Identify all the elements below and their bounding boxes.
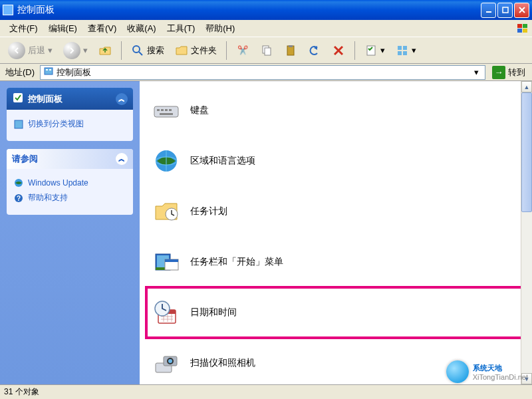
folder-clock-icon (152, 197, 181, 226)
svg-rect-18 (49, 69, 51, 70)
link-label: Windows Update (28, 178, 88, 188)
search-label: 搜索 (147, 45, 164, 57)
scissors-icon: ✂️ (236, 44, 249, 57)
undo-button[interactable] (304, 41, 325, 60)
copy-button[interactable] (256, 41, 277, 60)
panel-body: 切换到分类视图 (7, 110, 133, 141)
keyboard-icon (152, 96, 181, 125)
delete-button[interactable] (328, 41, 349, 60)
menu-view[interactable]: 查看(V) (82, 21, 122, 36)
up-button[interactable] (94, 41, 116, 60)
undo-icon (308, 44, 321, 57)
scroll-up-button[interactable]: ▲ (521, 81, 532, 92)
folder-up-icon (98, 44, 112, 57)
forward-button[interactable]: ▾ (59, 39, 92, 62)
minimize-button[interactable] (481, 3, 496, 18)
item-label: 任务计划 (190, 205, 227, 217)
back-button[interactable]: 后退 ▾ (4, 39, 57, 62)
go-label: 转到 (508, 66, 525, 78)
panel-title: 请参阅 (12, 153, 38, 165)
windows-flag-icon (516, 23, 529, 35)
svg-rect-16 (45, 68, 53, 74)
taskbar-icon (152, 247, 181, 277)
scroll-down-button[interactable]: ▼ (521, 373, 532, 384)
link-label: 帮助和支持 (28, 192, 68, 203)
control-panel-icon (43, 66, 54, 78)
vertical-scrollbar[interactable]: ▲ ▼ (521, 81, 532, 384)
forward-icon (63, 42, 80, 59)
svg-rect-12 (398, 46, 402, 50)
back-label: 后退 (28, 45, 45, 57)
check-icon (12, 92, 24, 106)
folders-button[interactable]: 文件夹 (171, 41, 221, 60)
separator (354, 41, 355, 60)
item-keyboard[interactable]: 键盘 (146, 85, 525, 136)
folders-icon (175, 44, 188, 57)
maximize-button[interactable] (497, 3, 513, 18)
switch-view-link[interactable]: 切换到分类视图 (13, 116, 126, 132)
menu-favorites[interactable]: 收藏(A) (122, 21, 161, 36)
status-text: 31 个对象 (4, 386, 39, 398)
close-button[interactable] (514, 3, 529, 18)
svg-rect-9 (287, 46, 294, 55)
item-label: 区域和语言选项 (190, 155, 255, 167)
properties-button[interactable]: ▾ (360, 41, 389, 60)
svg-rect-10 (289, 45, 293, 47)
chevron-down-icon: ▾ (380, 45, 385, 55)
back-icon (8, 42, 25, 59)
separator (121, 41, 122, 60)
panel-header[interactable]: 请参阅 ︽ (7, 149, 133, 169)
collapse-icon[interactable]: ︽ (116, 153, 128, 165)
sidebar: 控制面板 ︽ 切换到分类视图 请参阅 ︽ Windows Update (0, 81, 140, 384)
menu-help[interactable]: 帮助(H) (200, 21, 240, 36)
svg-rect-11 (367, 46, 375, 55)
title-bar: 控制面板 (0, 0, 532, 20)
collapse-icon[interactable]: ︽ (116, 93, 128, 105)
panel-header[interactable]: 控制面板 ︽ (7, 88, 133, 110)
item-scanners[interactable]: 扫描仪和照相机 (146, 338, 525, 384)
scroll-thumb[interactable] (521, 92, 532, 212)
item-label: 键盘 (190, 104, 209, 116)
search-button[interactable]: 搜索 (127, 41, 168, 60)
chevron-down-icon: ▾ (412, 45, 416, 55)
svg-rect-37 (165, 259, 178, 262)
menu-tools[interactable]: 工具(T) (162, 21, 201, 36)
status-bar: 31 个对象 (0, 384, 532, 399)
svg-rect-25 (157, 109, 160, 111)
svg-rect-17 (46, 69, 48, 70)
views-icon (396, 44, 409, 57)
address-field[interactable]: 控制面板 ▾ (40, 65, 485, 80)
item-regional[interactable]: 区域和语言选项 (146, 136, 525, 186)
item-datetime[interactable]: 日期和时间 (146, 287, 525, 338)
svg-rect-0 (486, 11, 491, 13)
help-support-link[interactable]: ? 帮助和支持 (13, 190, 126, 205)
search-icon (131, 44, 144, 57)
svg-rect-3 (523, 24, 527, 28)
panel-title: 控制面板 (28, 93, 63, 105)
svg-rect-8 (265, 48, 271, 55)
cut-button[interactable]: ✂️ (232, 41, 253, 60)
svg-rect-20 (15, 120, 23, 128)
globe-icon (152, 146, 181, 176)
svg-rect-26 (161, 109, 164, 111)
menu-edit[interactable]: 编辑(E) (43, 21, 82, 36)
windows-update-link[interactable]: Windows Update (13, 176, 126, 190)
switch-view-label: 切换到分类视图 (28, 118, 84, 130)
go-button[interactable]: → 转到 (488, 66, 529, 79)
globe-icon (13, 178, 24, 188)
svg-rect-28 (169, 109, 172, 111)
svg-rect-27 (165, 109, 168, 111)
delete-icon (332, 44, 345, 57)
menu-file[interactable]: 文件(F) (4, 21, 43, 36)
menu-bar: 文件(F) 编辑(E) 查看(V) 收藏(A) 工具(T) 帮助(H) (0, 20, 532, 37)
item-taskbar[interactable]: 任务栏和「开始」菜单 (146, 237, 525, 287)
paste-button[interactable] (280, 41, 301, 60)
address-label: 地址(D) (3, 66, 37, 78)
item-scheduled-tasks[interactable]: 任务计划 (146, 186, 525, 237)
camera-icon (152, 348, 181, 378)
window-title: 控制面板 (17, 4, 481, 16)
address-dropdown[interactable]: ▾ (470, 67, 482, 77)
panel-see-also: 请参阅 ︽ Windows Update ? 帮助和支持 (7, 149, 133, 215)
svg-rect-14 (398, 51, 402, 55)
views-button[interactable]: ▾ (392, 41, 420, 60)
